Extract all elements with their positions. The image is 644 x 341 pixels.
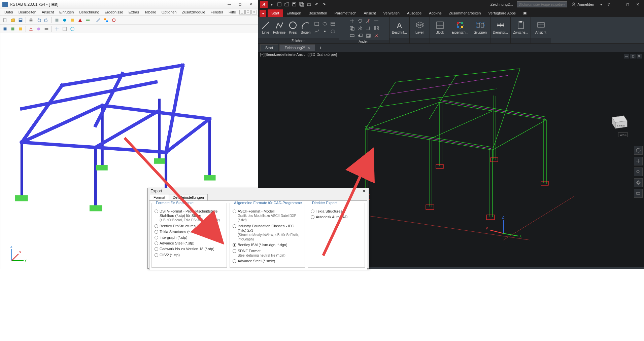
- export-radio-tekla-direct[interactable]: Tekla Structures: [311, 209, 362, 214]
- point-icon[interactable]: [321, 28, 329, 35]
- menu-ansicht[interactable]: Ansicht: [40, 9, 56, 15]
- ribbon-tab-start[interactable]: Start: [268, 9, 283, 17]
- export-tab-detail[interactable]: Detaileinstellungen: [169, 194, 208, 200]
- export-radio-tekla-stp[interactable]: Tekla Structures (*.stp): [155, 230, 224, 234]
- menu-optionen[interactable]: Optionen: [160, 9, 179, 15]
- orbit-icon[interactable]: [634, 178, 643, 187]
- autocad-search-input[interactable]: [517, 1, 567, 7]
- ribbon-tab-more[interactable]: ▣: [519, 9, 528, 17]
- polygon-icon[interactable]: [329, 28, 337, 35]
- print-icon[interactable]: [306, 1, 312, 7]
- menu-zusatzmodule[interactable]: Zusatzmodule: [180, 9, 207, 15]
- hatch-icon[interactable]: [329, 21, 337, 27]
- tool-icon[interactable]: [17, 26, 24, 32]
- array-icon[interactable]: [373, 25, 380, 32]
- view-button[interactable]: Ansicht: [534, 21, 548, 34]
- new-tab-button[interactable]: +: [316, 45, 325, 50]
- ribbon-tab-verwalten[interactable]: Verwalten: [380, 9, 403, 17]
- export-radio-bentley-pro[interactable]: Bentley ProStructures (*.stp): [155, 224, 224, 228]
- ellipse-icon[interactable]: [321, 21, 329, 27]
- menu-datei[interactable]: Datei: [2, 9, 15, 15]
- close-icon[interactable]: ✕: [307, 46, 310, 50]
- export-radio-intergraph[interactable]: Intergraph (*.stp): [155, 235, 224, 240]
- export-radio-ifc[interactable]: Industry Foundation Classes - IFC (*.ifc…: [233, 224, 302, 242]
- menu-ergebnisse[interactable]: Ergebnisse: [103, 9, 125, 15]
- file-tab-drawing[interactable]: Zeichnung2*✕: [279, 44, 315, 51]
- ribbon-tab-zusammenarbeiten[interactable]: Zusammenarbeiten: [445, 9, 485, 17]
- export-radio-dstv[interactable]: DSTV-Format - Produktschnittstelle Stahl…: [155, 209, 224, 223]
- export-radio-ascii[interactable]: ASCII-Format - ModellGrafik des Modells …: [233, 209, 302, 223]
- save-as-icon[interactable]: [299, 1, 305, 7]
- autocad-sign-in-button[interactable]: Anmelden: [571, 2, 594, 7]
- autocad-logo-icon[interactable]: A: [260, 1, 268, 8]
- tool-icon[interactable]: [110, 17, 117, 24]
- new-icon[interactable]: [2, 17, 8, 24]
- menu-tabelle[interactable]: Tabelle: [142, 9, 158, 15]
- utilities-button[interactable]: Dienstpr...: [493, 21, 508, 34]
- tool-icon[interactable]: [95, 17, 102, 24]
- tool-icon[interactable]: [77, 17, 83, 24]
- clipboard-button[interactable]: Zwische...: [513, 21, 528, 34]
- menu-hilfe[interactable]: Hilfe: [227, 9, 238, 15]
- zoom-icon[interactable]: [634, 167, 643, 176]
- export-radio-sdnf[interactable]: SDNF FormatSteel detailing neutral file …: [233, 249, 302, 258]
- panel-title-aendern[interactable]: Ändern: [339, 40, 389, 43]
- showmotion-icon[interactable]: [634, 189, 643, 198]
- export-tab-format[interactable]: Format: [150, 194, 169, 200]
- exchange-icon[interactable]: ▾: [598, 1, 604, 7]
- ribbon-tab-beschriften[interactable]: Beschriften: [305, 9, 331, 17]
- save-icon[interactable]: [17, 17, 24, 24]
- tool-icon[interactable]: [61, 26, 68, 32]
- extend-icon[interactable]: [373, 17, 380, 24]
- ribbon-tab-ansicht[interactable]: Ansicht: [360, 9, 380, 17]
- maximize-button[interactable]: ◻: [235, 1, 245, 7]
- linie-button[interactable]: Linie: [260, 21, 271, 34]
- undo-icon[interactable]: ↶: [313, 1, 319, 7]
- open-icon[interactable]: ▸: [269, 1, 275, 7]
- tool-icon[interactable]: [54, 17, 60, 24]
- properties-button[interactable]: Eigensch...: [453, 21, 468, 34]
- trim-icon[interactable]: [365, 17, 372, 24]
- kreis-button[interactable]: Kreis: [287, 21, 298, 34]
- stretch-icon[interactable]: [348, 32, 356, 39]
- tool-icon[interactable]: [84, 17, 91, 24]
- minimize-button[interactable]: —: [613, 1, 622, 8]
- app-menu-button[interactable]: ▾: [260, 10, 266, 17]
- ribbon-tab-apps[interactable]: Verfügbare Apps: [484, 9, 519, 17]
- block-button[interactable]: Block: [433, 21, 447, 34]
- open-folder-icon[interactable]: [284, 1, 290, 7]
- menu-fenster[interactable]: Fenster: [209, 9, 225, 15]
- menu-einfuegen[interactable]: Einfügen: [57, 9, 76, 15]
- close-button[interactable]: ✕: [633, 1, 642, 8]
- tool-icon[interactable]: [54, 26, 60, 32]
- export-radio-advancesteel-stp[interactable]: Advance Steel (*.stp): [155, 241, 224, 245]
- print-icon[interactable]: [28, 17, 34, 24]
- redo-icon[interactable]: [43, 17, 50, 24]
- tool-icon[interactable]: [69, 17, 76, 24]
- save-icon[interactable]: [291, 1, 297, 7]
- scale-icon[interactable]: [357, 32, 364, 39]
- spline-icon[interactable]: [313, 28, 320, 35]
- tool-icon[interactable]: [9, 26, 16, 32]
- maximize-button[interactable]: ◻: [623, 1, 632, 8]
- close-button[interactable]: ✕: [246, 1, 256, 7]
- close-button[interactable]: ✕: [362, 188, 366, 194]
- panel-title-zeichnen[interactable]: Zeichnen: [258, 38, 339, 43]
- tool-icon[interactable]: [2, 26, 8, 32]
- file-tab-start[interactable]: Start: [260, 44, 278, 51]
- offset-icon[interactable]: [365, 32, 372, 39]
- export-radio-cis2[interactable]: CIS/2 (*.stp): [155, 253, 224, 257]
- export-radio-autocad-direct[interactable]: Autodesk AutoCAD: [311, 215, 362, 219]
- polylinie-button[interactable]: Polylinie: [273, 21, 285, 34]
- help-icon[interactable]: ?: [606, 1, 612, 7]
- ribbon-tab-addins[interactable]: Add-ins: [425, 9, 445, 17]
- mdi-close[interactable]: ×: [251, 10, 257, 14]
- menu-extras[interactable]: Extras: [127, 9, 141, 15]
- fillet-icon[interactable]: [365, 25, 372, 32]
- mdi-restore[interactable]: ❐: [245, 10, 251, 14]
- ribbon-tab-einfuegen[interactable]: Einfügen: [283, 9, 305, 17]
- erase-icon[interactable]: [373, 32, 380, 39]
- tool-icon[interactable]: [69, 26, 76, 32]
- viewcube[interactable]: LINKS: [607, 112, 631, 131]
- tool-icon[interactable]: [103, 17, 109, 24]
